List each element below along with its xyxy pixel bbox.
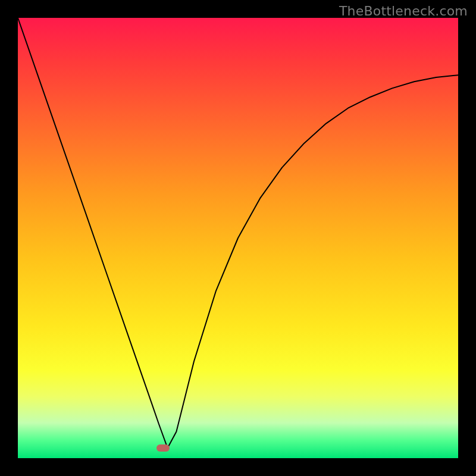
bottleneck-curve	[18, 18, 458, 448]
plot-area	[18, 18, 458, 458]
chart-stage: TheBottleneck.com	[0, 0, 476, 476]
minimum-marker	[156, 444, 170, 452]
curve-svg	[18, 18, 458, 458]
watermark-text: TheBottleneck.com	[339, 4, 468, 18]
